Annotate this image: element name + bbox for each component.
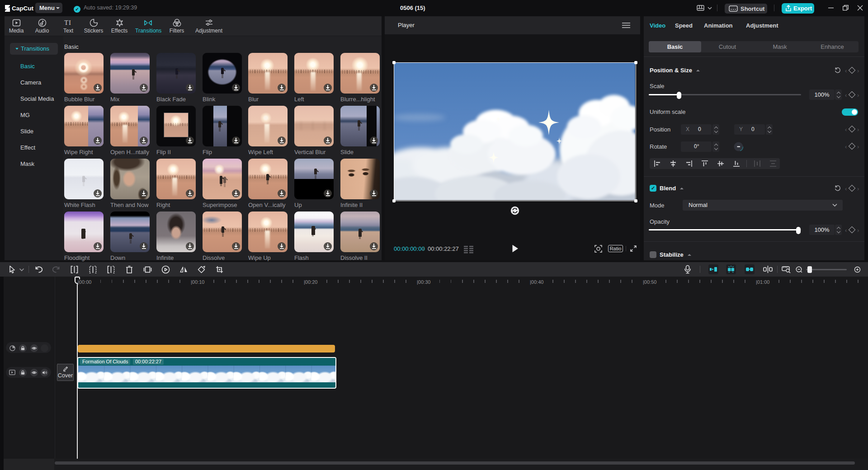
- svg-text:I: I: [69, 19, 71, 26]
- svg-text:T: T: [64, 19, 68, 26]
- svg-text:CapCut: CapCut: [12, 5, 33, 12]
